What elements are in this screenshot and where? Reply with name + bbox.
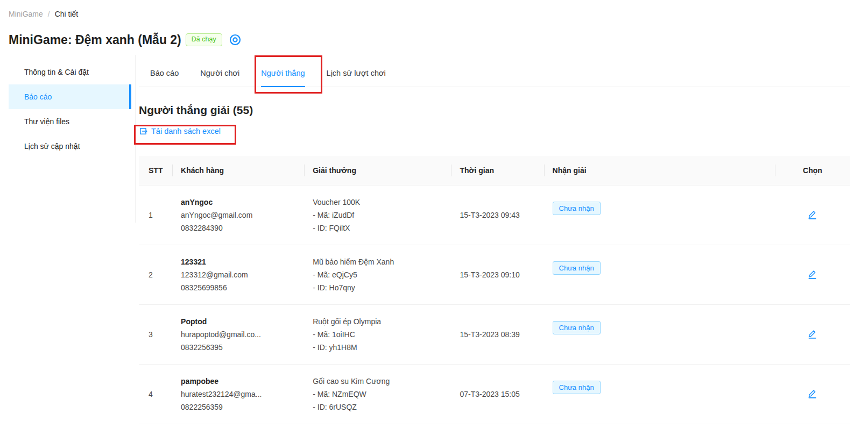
- prize-name: Ruột gối ép Olympia: [313, 315, 442, 328]
- column-header-thoi-gian: Thời gian: [451, 156, 544, 186]
- section-title-winners: Người thắng giải (55): [139, 102, 850, 118]
- cell-prize: Gối cao su Kim Cương - Mã: NZmEQW - ID: …: [304, 365, 451, 424]
- sidebar-item-label: Thông tin & Cài đặt: [24, 68, 89, 76]
- tab-bao-cao[interactable]: Báo cáo: [150, 55, 179, 87]
- export-link-label: Tải danh sách excel: [151, 126, 221, 137]
- prize-id: - ID: 6rUSQZ: [313, 401, 442, 413]
- column-header-chon: Chọn: [775, 156, 850, 186]
- column-header-giai-thuong: Giải thưởng: [304, 156, 451, 186]
- cell-status: Chưa nhận: [544, 305, 775, 365]
- prize-code: - Mã: NZmEQW: [313, 388, 442, 401]
- tab-lich-su-luot-choi[interactable]: Lịch sử lượt chơi: [327, 55, 386, 87]
- sidebar-item-bao-cao[interactable]: Báo cáo: [9, 84, 131, 109]
- cell-customer: 123321 123312@gmail.com 08325699856: [172, 245, 304, 305]
- prize-id: - ID: yh1H8M: [313, 341, 442, 354]
- cell-action: [775, 186, 850, 245]
- pencil-edit-icon: [807, 388, 817, 398]
- edit-button[interactable]: [807, 388, 817, 398]
- cell-stt: 2: [139, 245, 172, 305]
- prize-code: - Mã: eQjCy5: [313, 268, 442, 281]
- table-row: 2 123321 123312@gmail.com 08325699856 Mũ…: [139, 245, 850, 305]
- status-tag-chua-nhan[interactable]: Chưa nhận: [553, 381, 601, 394]
- customer-phone: 0822256359: [181, 401, 295, 413]
- table-row: 3 Poptod hurapoptod@gmail.co... 08322563…: [139, 305, 850, 365]
- cell-stt: 4: [139, 365, 172, 424]
- tab-nguoi-thang[interactable]: Người thắng: [261, 55, 305, 87]
- export-excel-link[interactable]: Tải danh sách excel: [139, 126, 221, 137]
- cell-stt: 1: [139, 186, 172, 245]
- sidebar-item-label: Lịch sử cập nhật: [24, 142, 80, 151]
- preview-button[interactable]: [229, 33, 242, 46]
- main-layout: Thông tin & Cài đặt Báo cáo Thư viện fil…: [9, 55, 850, 424]
- customer-phone: 08325699856: [181, 281, 295, 294]
- status-tag-chua-nhan[interactable]: Chưa nhận: [553, 321, 601, 334]
- winners-table: STT Khách hàng Giải thưởng Thời gian Nhậ…: [139, 156, 850, 424]
- customer-email: 123312@gmail.com: [181, 268, 295, 281]
- customer-email: anYngoc@gmail.com: [181, 209, 295, 222]
- customer-name: Poptod: [181, 315, 295, 328]
- eye-icon: [229, 33, 242, 46]
- cell-prize: Mũ bảo hiểm Đệm Xanh - Mã: eQjCy5 - ID: …: [304, 245, 451, 305]
- cell-action: [775, 365, 850, 424]
- cell-status: Chưa nhận: [544, 186, 775, 245]
- sidebar-item-lich-su-cap-nhat[interactable]: Lịch sử cập nhật: [9, 134, 131, 159]
- cell-time: 07-T3-2023 15:05: [451, 365, 544, 424]
- cell-customer: anYngoc anYngoc@gmail.com 0832284390: [172, 186, 304, 245]
- sidebar-menu: Thông tin & Cài đặt Báo cáo Thư viện fil…: [9, 60, 131, 159]
- breadcrumb: MiniGame / Chi tiết: [9, 0, 850, 18]
- table-header-row: STT Khách hàng Giải thưởng Thời gian Nhậ…: [139, 156, 850, 186]
- column-header-stt: STT: [139, 156, 172, 186]
- tab-bar: Báo cáo Người chơi Người thắng Lịch sử l…: [139, 55, 850, 87]
- status-tag-chua-nhan[interactable]: Chưa nhận: [553, 261, 601, 275]
- prize-name: Mũ bảo hiểm Đệm Xanh: [313, 255, 442, 268]
- sidebar-item-thong-tin-cai-dat[interactable]: Thông tin & Cài đặt: [9, 60, 131, 84]
- table-row: 4 pampobee huratest232124@gma... 0822256…: [139, 365, 850, 424]
- cell-time: 15-T3-2023 09:10: [451, 245, 544, 305]
- pencil-edit-icon: [807, 269, 817, 279]
- edit-button[interactable]: [807, 329, 817, 339]
- export-icon: [139, 127, 147, 135]
- customer-email: hurapoptod@gmail.co...: [181, 328, 295, 341]
- cell-stt: 3: [139, 305, 172, 365]
- prize-name: Voucher 100K: [313, 196, 442, 209]
- customer-name: pampobee: [181, 375, 295, 388]
- cell-status: Chưa nhận: [544, 245, 775, 305]
- cell-prize: Voucher 100K - Mã: iZudDf - ID: FQiltX: [304, 186, 451, 245]
- cell-time: 15-T3-2023 08:39: [451, 305, 544, 365]
- sidebar-item-thu-vien-files[interactable]: Thư viện files: [9, 109, 131, 134]
- customer-phone: 0832256395: [181, 341, 295, 354]
- breadcrumb-minigame[interactable]: MiniGame: [9, 10, 43, 18]
- sidebar-item-label: Thư viện files: [24, 117, 69, 126]
- customer-phone: 0832284390: [181, 222, 295, 234]
- status-tag-chua-nhan[interactable]: Chưa nhận: [553, 202, 601, 215]
- cell-action: [775, 305, 850, 365]
- sidebar: Thông tin & Cài đặt Báo cáo Thư viện fil…: [9, 55, 136, 223]
- pencil-edit-icon: [807, 209, 817, 219]
- title-row: MiniGame: Đệm xanh (Mẫu 2) Đã chạy: [9, 30, 850, 49]
- prize-code: - Mã: 1oiIHC: [313, 328, 442, 341]
- customer-name: 123321: [181, 255, 295, 268]
- pencil-edit-icon: [807, 329, 817, 339]
- cell-time: 15-T3-2023 09:43: [451, 186, 544, 245]
- customer-name: anYngoc: [181, 196, 295, 209]
- breadcrumb-separator: /: [48, 10, 50, 18]
- cell-customer: Poptod hurapoptod@gmail.co... 0832256395: [172, 305, 304, 365]
- cell-customer: pampobee huratest232124@gma... 082225635…: [172, 365, 304, 424]
- column-header-nhan-giai: Nhận giải: [544, 156, 775, 186]
- prize-code: - Mã: iZudDf: [313, 209, 442, 222]
- prize-id: - ID: FQiltX: [313, 222, 442, 234]
- customer-email: huratest232124@gma...: [181, 388, 295, 401]
- page: MiniGame / Chi tiết MiniGame: Đệm xanh (…: [0, 0, 868, 424]
- prize-name: Gối cao su Kim Cương: [313, 375, 442, 388]
- content-panel: Báo cáo Người chơi Người thắng Lịch sử l…: [139, 55, 850, 424]
- prize-id: - ID: Ho7qny: [313, 281, 442, 294]
- breadcrumb-current: Chi tiết: [55, 10, 79, 18]
- cell-action: [775, 245, 850, 305]
- column-header-khach-hang: Khách hàng: [172, 156, 304, 186]
- table-row: 1 anYngoc anYngoc@gmail.com 0832284390 V…: [139, 186, 850, 245]
- page-title: MiniGame: Đệm xanh (Mẫu 2): [9, 33, 181, 47]
- edit-button[interactable]: [807, 209, 817, 219]
- cell-prize: Ruột gối ép Olympia - Mã: 1oiIHC - ID: y…: [304, 305, 451, 365]
- tab-nguoi-choi[interactable]: Người chơi: [200, 55, 239, 87]
- edit-button[interactable]: [807, 269, 817, 279]
